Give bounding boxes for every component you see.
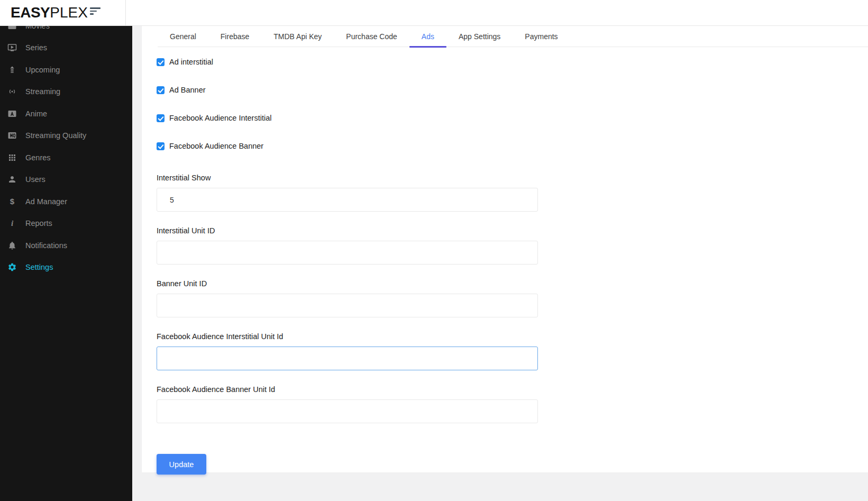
tab-purchase-code[interactable]: Purchase Code xyxy=(334,26,409,47)
fb-banner-unit-id-group: Facebook Audience Banner Unit Id xyxy=(157,385,868,423)
tab-app-settings[interactable]: App Settings xyxy=(446,26,513,47)
sidebar-item-anime[interactable]: Anime xyxy=(0,103,132,125)
ad-interstitial-row: Ad interstitial xyxy=(157,58,868,66)
series-icon xyxy=(7,43,17,52)
field-label: Interstitial Show xyxy=(157,174,868,182)
fb-audience-banner-checkbox[interactable] xyxy=(157,142,165,150)
checkbox-label: Facebook Audience Banner xyxy=(169,142,263,150)
fb-audience-interstitial-row: Facebook Audience Interstitial xyxy=(157,114,868,122)
interstitial-unit-id-group: Interstitial Unit ID xyxy=(157,226,868,265)
interstitial-show-group: Interstitial Show xyxy=(157,174,868,212)
logo-light: PLEX xyxy=(50,4,88,21)
streaming-icon xyxy=(7,87,17,96)
sidebar-item-label: Series xyxy=(25,43,47,52)
sidebar-item-label: Users xyxy=(25,175,45,184)
sidebar-item-notifications[interactable]: Notifications xyxy=(0,234,132,257)
fb-interstitial-unit-id-input[interactable] xyxy=(157,347,538,370)
gear-icon xyxy=(7,262,17,272)
active-tab-underline xyxy=(409,46,446,48)
settings-card: General Firebase TMDB Api Key Purchase C… xyxy=(142,26,868,472)
dollar-icon: $ xyxy=(7,197,17,206)
sidebar-item-upcoming[interactable]: Upcoming xyxy=(0,59,132,81)
logo[interactable]: EASYPLEX xyxy=(11,4,88,21)
field-label: Facebook Audience Interstitial Unit Id xyxy=(157,332,868,341)
fb-audience-banner-row: Facebook Audience Banner xyxy=(157,142,868,150)
sidebar-item-reports[interactable]: i Reports xyxy=(0,213,132,235)
field-label: Facebook Audience Banner Unit Id xyxy=(157,385,868,394)
info-icon: i xyxy=(7,218,17,228)
sidebar-item-label: Reports xyxy=(25,219,52,227)
sidebar-item-ad-manager[interactable]: $ Ad Manager xyxy=(0,190,132,213)
checkbox-label: Ad interstitial xyxy=(169,58,213,66)
logo-bold: EASY xyxy=(11,4,50,21)
field-label: Interstitial Unit ID xyxy=(157,226,868,235)
anime-icon xyxy=(7,109,17,119)
hq-icon xyxy=(7,131,17,140)
menu-lines-icon xyxy=(90,7,100,15)
header: EASYPLEX xyxy=(0,0,868,26)
update-button[interactable]: Update xyxy=(157,454,206,475)
tab-ads[interactable]: Ads xyxy=(409,26,446,47)
main-content: General Firebase TMDB Api Key Purchase C… xyxy=(132,26,868,501)
sidebar-item-series[interactable]: Series xyxy=(0,37,132,59)
logo-section: EASYPLEX xyxy=(0,0,126,25)
sidebar-item-label: Genres xyxy=(25,153,51,162)
sidebar-item-label: Streaming xyxy=(25,87,60,96)
tab-general[interactable]: General xyxy=(158,26,208,47)
sidebar-item-label: Ad Manager xyxy=(25,197,67,206)
person-icon xyxy=(7,175,17,184)
interstitial-show-input[interactable] xyxy=(157,188,538,212)
ad-banner-row: Ad Banner xyxy=(157,86,868,94)
ads-form: Ad interstitial Ad Banner Facebook Audie… xyxy=(142,47,868,475)
sidebar-item-movies[interactable]: Movies xyxy=(0,26,132,37)
fb-interstitial-unit-id-group: Facebook Audience Interstitial Unit Id xyxy=(157,332,868,370)
sidebar-item-streaming[interactable]: Streaming xyxy=(0,81,132,103)
sidebar-item-label: Upcoming xyxy=(25,66,60,74)
movie-icon xyxy=(7,26,17,31)
settings-tabs: General Firebase TMDB Api Key Purchase C… xyxy=(158,26,868,47)
banner-unit-id-input[interactable] xyxy=(157,294,538,317)
checkbox-label: Ad Banner xyxy=(169,86,206,94)
ad-banner-checkbox[interactable] xyxy=(157,86,165,94)
tab-tmdb-api-key[interactable]: TMDB Api Key xyxy=(261,26,334,47)
bell-icon xyxy=(7,241,17,250)
sidebar-item-label: Notifications xyxy=(25,241,67,250)
sidebar-item-genres[interactable]: Genres xyxy=(0,147,132,169)
upcoming-icon xyxy=(7,65,17,75)
fb-banner-unit-id-input[interactable] xyxy=(157,399,538,423)
interstitial-unit-id-input[interactable] xyxy=(157,241,538,265)
tab-firebase[interactable]: Firebase xyxy=(208,26,261,47)
sidebar-nav: Movies Series Upcoming Streaming Anime xyxy=(0,26,132,278)
genres-grid-icon xyxy=(7,153,17,162)
checkbox-label: Facebook Audience Interstitial xyxy=(169,114,271,122)
tab-payments[interactable]: Payments xyxy=(513,26,570,47)
sidebar-item-streaming-quality[interactable]: Streaming Quality xyxy=(0,125,132,147)
banner-unit-id-group: Banner Unit ID xyxy=(157,279,868,317)
sidebar-item-label: Settings xyxy=(25,263,53,271)
field-label: Banner Unit ID xyxy=(157,279,868,288)
sidebar-item-label: Movies xyxy=(25,26,50,30)
sidebar-item-label: Anime xyxy=(25,110,47,118)
sidebar: Movies Series Upcoming Streaming Anime xyxy=(0,26,132,501)
sidebar-item-settings[interactable]: Settings xyxy=(0,257,132,279)
fb-audience-interstitial-checkbox[interactable] xyxy=(157,114,165,122)
ad-interstitial-checkbox[interactable] xyxy=(157,58,165,66)
sidebar-item-label: Streaming Quality xyxy=(25,131,86,140)
sidebar-item-users[interactable]: Users xyxy=(0,169,132,191)
